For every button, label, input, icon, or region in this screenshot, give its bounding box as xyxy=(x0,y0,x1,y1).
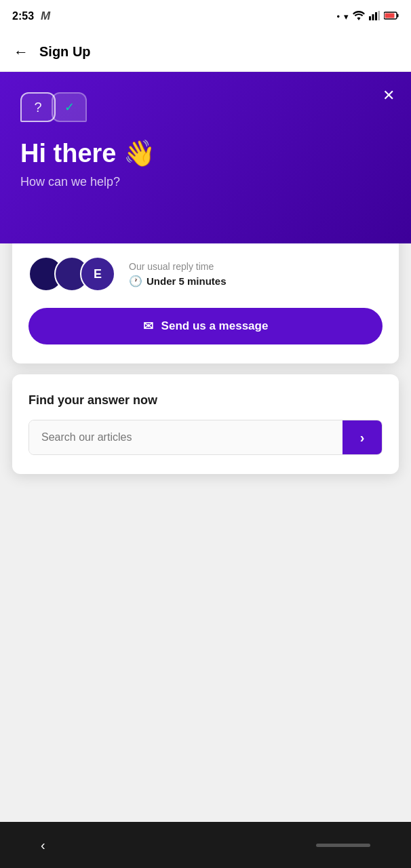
question-bubble-icon: ? xyxy=(20,92,56,122)
bottom-nav-pill xyxy=(316,844,370,847)
content-spacer xyxy=(0,648,411,823)
search-button[interactable]: › xyxy=(342,420,382,454)
check-bubble-icon: ✓ xyxy=(52,92,87,122)
wifi-icon: ▾ xyxy=(344,12,349,22)
time-display: 2:53 xyxy=(12,10,34,22)
status-bar-right: • ▾ xyxy=(336,11,399,22)
reply-time: 🕐 Under 5 minutes xyxy=(129,275,227,288)
search-card-title: Find your answer now xyxy=(28,393,383,408)
hero-section: ✕ ? ✓ Hi there 👋 How can we help? xyxy=(0,72,411,243)
chat-icon-group: ? ✓ xyxy=(20,92,391,122)
avatar-stack: E xyxy=(28,256,115,292)
bottom-nav-back-icon[interactable]: ‹ xyxy=(41,837,45,853)
reply-label: Our usual reply time xyxy=(129,261,227,272)
search-card: Find your answer now › xyxy=(12,374,399,474)
reply-info: Our usual reply time 🕐 Under 5 minutes xyxy=(129,261,227,288)
svg-rect-6 xyxy=(385,13,395,18)
send-message-label: Send us a message xyxy=(161,319,269,333)
svg-rect-3 xyxy=(378,11,380,20)
svg-rect-0 xyxy=(369,16,371,20)
nav-bar: ← Sign Up xyxy=(0,33,411,72)
close-button[interactable]: ✕ xyxy=(383,88,395,103)
search-input[interactable] xyxy=(29,420,342,454)
back-button[interactable]: ← xyxy=(14,43,28,61)
svg-rect-2 xyxy=(375,12,377,20)
hero-subtitle: How can we help? xyxy=(20,175,391,189)
gmail-icon: M xyxy=(41,9,50,23)
cards-container: Start a conversation E Our usual reply t… xyxy=(0,210,411,648)
bottom-nav-bar: ‹ xyxy=(0,822,411,868)
signal-wifi-icon xyxy=(353,11,365,22)
dot-icon: • xyxy=(336,12,340,22)
search-container: › xyxy=(28,420,383,455)
battery-icon xyxy=(384,12,399,22)
reply-time-value: Under 5 minutes xyxy=(146,275,227,287)
agent-info: E Our usual reply time 🕐 Under 5 minutes xyxy=(28,256,383,292)
signal-bars-icon xyxy=(369,11,380,22)
avatar-initial: E xyxy=(94,267,102,281)
status-bar: 2:53 M • ▾ xyxy=(0,0,411,33)
page-title: Sign Up xyxy=(39,44,91,60)
search-arrow-icon: › xyxy=(360,430,365,446)
envelope-icon: ✉ xyxy=(143,319,153,334)
avatar-3: E xyxy=(80,256,115,292)
hero-greeting: Hi there 👋 xyxy=(20,138,391,168)
clock-icon: 🕐 xyxy=(129,275,142,288)
send-message-button[interactable]: ✉ Send us a message xyxy=(28,308,383,344)
svg-rect-1 xyxy=(372,14,374,20)
status-bar-left: 2:53 M xyxy=(12,9,50,23)
svg-rect-5 xyxy=(397,14,399,17)
